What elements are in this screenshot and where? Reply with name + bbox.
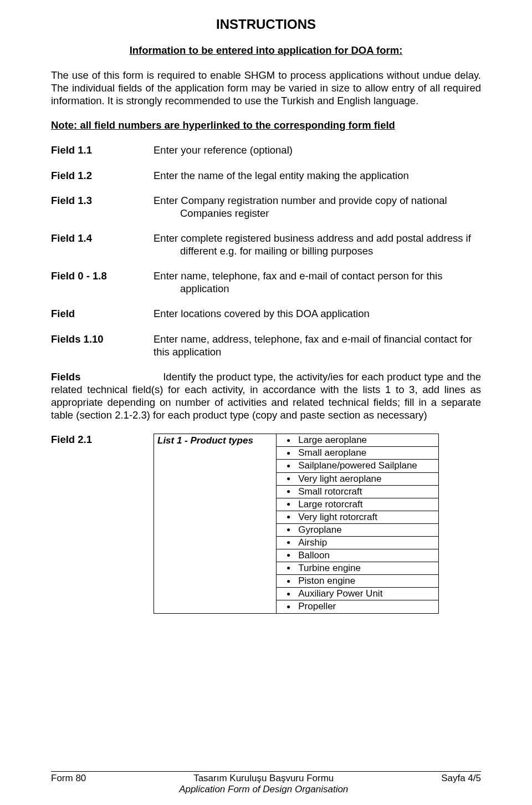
list-item: ●Airship (277, 537, 438, 549)
field-description: Enter Company registration number and pr… (154, 194, 481, 220)
page-subtitle: Information to be entered into applicati… (51, 44, 481, 57)
footer-center-line2: Application Form of Design Organisation (179, 784, 348, 794)
item-text: Airship (298, 537, 327, 549)
field-row: Field 0 - 1.8 Enter name, telephone, fax… (51, 269, 481, 295)
item-text: Small aeroplane (298, 447, 366, 459)
bullet-icon: ● (282, 538, 290, 547)
bullet-icon: ● (282, 551, 290, 560)
list-item: ●Very light rotorcraft (277, 511, 438, 524)
field-label[interactable]: Fields 1.10 (51, 333, 154, 345)
field-desc-line1: Enter Company registration number and pr… (154, 195, 447, 206)
bullet-icon: ● (282, 526, 290, 534)
table-items-cell: ●Large aeroplane ●Small aeroplane ●Sailp… (277, 434, 439, 613)
bullet-icon: ● (282, 577, 290, 586)
intro-paragraph: The use of this form is required to enab… (51, 69, 481, 107)
list-item: ●Sailplane/powered Sailplane (277, 460, 438, 472)
field-label[interactable]: Field 1.1 (51, 144, 154, 156)
product-types-section: Field 2.1 List 1 - Product types ●Large … (51, 434, 481, 613)
footer-left: Form 80 (51, 773, 86, 784)
item-text: Sailplane/powered Sailplane (298, 460, 417, 472)
item-text: Small rotorcraft (298, 486, 362, 498)
bullet-icon: ● (282, 590, 290, 599)
item-text: Balloon (298, 549, 330, 562)
list-item: ●Large aeroplane (277, 434, 438, 447)
field-desc-line1: Enter complete registered business addre… (154, 232, 471, 244)
bullet-icon: ● (282, 513, 290, 522)
field-row: Field 1.3 Enter Company registration num… (51, 194, 481, 220)
field-label[interactable]: Field 1.2 (51, 169, 154, 182)
fields-block: Fields Identify the product type, the ac… (51, 370, 481, 422)
field-description: Enter locations covered by this DOA appl… (154, 307, 481, 320)
list-item: ●Small rotorcraft (277, 486, 438, 498)
item-text: Very light rotorcraft (298, 511, 377, 523)
field-desc-line2: Companies register (154, 207, 481, 220)
bullet-icon: ● (282, 564, 290, 573)
item-text: Auxiliary Power Unit (298, 588, 382, 600)
field-description: Enter complete registered business addre… (154, 232, 481, 257)
bullet-icon: ● (282, 603, 290, 612)
list-item: ●Balloon (277, 549, 438, 562)
page-title: INSTRUCTIONS (51, 17, 481, 32)
item-text: Propeller (298, 600, 336, 613)
field-row: Field 1.1 Enter your reference (optional… (51, 144, 481, 156)
list-item: ●Turbine engine (277, 562, 438, 575)
field-description: Enter your reference (optional) (154, 144, 481, 156)
item-text: Large aeroplane (298, 434, 367, 446)
field-description: Enter the name of the legal entity makin… (154, 169, 481, 182)
product-types-table: List 1 - Product types ●Large aeroplane … (154, 434, 439, 613)
item-text: Turbine engine (298, 562, 361, 574)
field-label[interactable]: Field 0 - 1.8 (51, 269, 154, 282)
bullet-icon: ● (282, 462, 290, 471)
item-text: Gyroplane (298, 524, 341, 536)
fields-block-text: Identify the product type, the activity/… (51, 371, 481, 421)
list-item: ●Propeller (277, 600, 438, 613)
bullet-icon: ● (282, 500, 290, 509)
list-item: ●Auxiliary Power Unit (277, 588, 438, 600)
list-item: ●Very light aeroplane (277, 473, 438, 486)
item-text: Piston engine (298, 575, 355, 587)
footer-divider (51, 771, 481, 772)
bullet-icon: ● (282, 436, 290, 445)
table-field-label[interactable]: Field 2.1 (51, 434, 154, 613)
list-item: ●Large rotorcraft (277, 498, 438, 511)
footer-center: Tasarım Kuruluşu Başvuru Formu Applicati… (86, 773, 441, 795)
field-row: Field 1.2 Enter the name of the legal en… (51, 169, 481, 182)
list-item: ●Small aeroplane (277, 447, 438, 460)
list-item: ●Piston engine (277, 575, 438, 588)
bullet-icon: ● (282, 449, 290, 458)
field-label[interactable]: Field 1.3 (51, 194, 154, 207)
page-footer: Form 80 Tasarım Kuruluşu Başvuru Formu A… (51, 771, 481, 795)
hyperlink-note: Note: all field numbers are hyperlinked … (51, 119, 481, 131)
bullet-icon: ● (282, 475, 290, 483)
field-label[interactable]: Field 1.4 (51, 232, 154, 244)
item-text: Very light aeroplane (298, 473, 381, 485)
field-row: Field 1.4 Enter complete registered busi… (51, 232, 481, 257)
field-row: Fields 1.10 Enter name, address, telepho… (51, 333, 481, 358)
footer-center-line1: Tasarım Kuruluşu Başvuru Formu (193, 773, 334, 783)
bullet-icon: ● (282, 487, 290, 496)
fields-block-label[interactable]: Fields (51, 371, 80, 383)
field-row: Field Enter locations covered by this DO… (51, 307, 481, 320)
field-desc-line2: application (154, 282, 481, 295)
list-item: ●Gyroplane (277, 524, 438, 537)
field-description: Enter name, telephone, fax and e-mail of… (154, 269, 481, 295)
item-text: Large rotorcraft (298, 498, 362, 511)
field-desc-line1: Enter name, telephone, fax and e-mail of… (154, 270, 442, 282)
field-desc-line2: different e.g. for mailing or billing pu… (154, 244, 481, 257)
table-header: List 1 - Product types (154, 434, 277, 613)
footer-right: Sayfa 4/5 (441, 773, 481, 784)
field-label[interactable]: Field (51, 307, 154, 320)
field-description: Enter name, address, telephone, fax and … (154, 333, 481, 358)
